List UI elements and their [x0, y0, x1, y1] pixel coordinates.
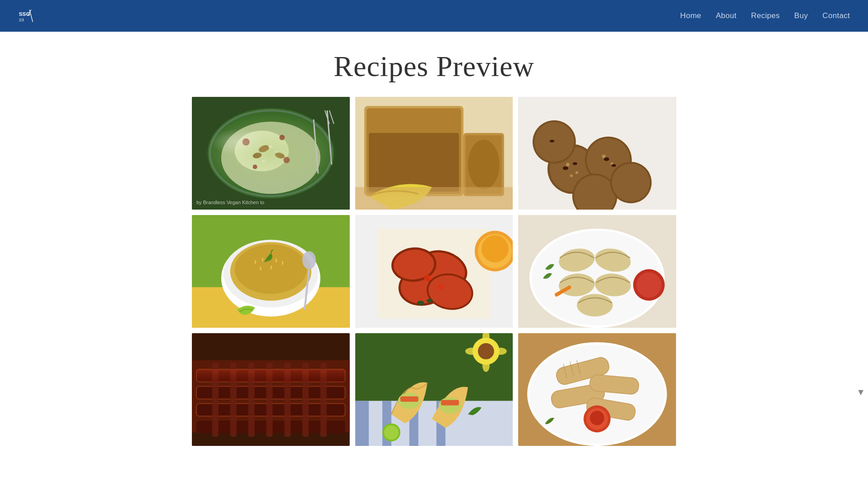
svg-point-50	[604, 157, 610, 161]
nav-recipes[interactable]: Recipes	[751, 11, 780, 20]
svg-text:23: 23	[19, 17, 24, 22]
recipe-card-4[interactable]	[192, 215, 350, 328]
wings-visual	[355, 215, 513, 328]
nav-about[interactable]: About	[716, 11, 737, 20]
nav-contact[interactable]: Contact	[822, 11, 850, 20]
svg-point-45	[570, 174, 573, 177]
recipe-card-6[interactable]	[518, 215, 676, 328]
svg-point-12	[253, 164, 257, 169]
svg-point-115	[478, 343, 494, 359]
svg-point-30	[468, 140, 500, 190]
recipes-grid: by Brandless Vegan Kitchen to	[174, 97, 694, 464]
svg-point-147	[590, 411, 605, 425]
logo-area[interactable]: SSG 23	[18, 8, 34, 24]
svg-point-119	[494, 348, 506, 355]
site-header: SSG 23 Home About Recipes Buy Contact	[0, 0, 868, 32]
scroll-indicator: ▼	[856, 387, 865, 397]
svg-line-22	[314, 120, 318, 174]
recipe-card-2[interactable]	[355, 97, 513, 210]
page-title: Recipes Preview	[0, 50, 868, 83]
svg-rect-120	[355, 401, 513, 446]
ribs-visual	[192, 333, 350, 446]
svg-point-94	[636, 273, 662, 298]
svg-line-21	[329, 110, 334, 124]
svg-point-7	[235, 131, 289, 172]
recipe-card-1[interactable]: by Brandless Vegan Kitchen to	[192, 97, 350, 210]
svg-rect-16	[268, 146, 272, 148]
svg-text:SSG: SSG	[19, 11, 30, 17]
recipe-card-1-overlay: by Brandless Vegan Kitchen to	[192, 194, 350, 210]
svg-point-49	[573, 162, 577, 165]
svg-rect-4	[192, 97, 350, 210]
svg-point-43	[566, 163, 570, 166]
svg-line-19	[327, 110, 332, 165]
springrolls-visual	[518, 333, 676, 446]
bread-visual	[355, 97, 513, 210]
svg-point-23	[210, 110, 332, 196]
svg-point-40	[534, 122, 574, 162]
svg-line-20	[325, 110, 329, 124]
svg-point-9	[243, 139, 250, 146]
recipe-card-1-credit: by Brandless Vegan Kitchen to	[196, 200, 264, 205]
page-title-section: Recipes Preview	[0, 32, 868, 97]
recipe-card-9[interactable]	[518, 333, 676, 446]
svg-point-79	[438, 284, 444, 290]
salad-visual	[192, 97, 350, 210]
svg-point-6	[221, 122, 320, 194]
svg-point-66	[302, 251, 316, 269]
dumplings-visual	[518, 215, 676, 328]
svg-point-5	[208, 108, 334, 198]
svg-rect-121	[355, 401, 369, 446]
tacos-visual	[355, 333, 513, 446]
svg-point-78	[424, 275, 431, 282]
recipe-card-5[interactable]	[355, 215, 513, 328]
svg-point-118	[465, 348, 478, 355]
svg-point-82	[482, 235, 509, 263]
svg-point-83	[417, 301, 424, 305]
logo-icon: SSG 23	[18, 8, 34, 24]
svg-point-130	[384, 425, 398, 440]
svg-point-42	[612, 163, 650, 201]
svg-point-15	[253, 152, 262, 159]
svg-rect-128	[441, 400, 459, 406]
svg-point-51	[612, 164, 616, 167]
svg-rect-126	[400, 397, 418, 402]
main-nav: Home About Recipes Buy Contact	[680, 11, 850, 20]
svg-rect-18	[262, 160, 265, 162]
rice-visual	[192, 215, 350, 328]
balls-visual	[518, 97, 676, 210]
svg-point-44	[576, 171, 578, 174]
svg-point-10	[279, 135, 285, 140]
svg-point-14	[274, 152, 285, 159]
svg-point-127	[439, 397, 461, 414]
nav-buy[interactable]: Buy	[794, 11, 808, 20]
svg-rect-17	[275, 151, 278, 153]
nav-home[interactable]: Home	[680, 11, 701, 20]
svg-point-48	[563, 166, 568, 170]
svg-rect-112	[196, 369, 345, 382]
svg-point-84	[426, 299, 433, 302]
svg-rect-27	[369, 133, 459, 192]
svg-point-13	[258, 144, 270, 153]
svg-point-52	[550, 140, 554, 143]
recipe-card-8[interactable]	[355, 333, 513, 446]
svg-rect-31	[355, 187, 513, 210]
recipe-card-3[interactable]	[518, 97, 676, 210]
recipe-card-7[interactable]	[192, 333, 350, 446]
svg-point-11	[283, 157, 290, 163]
svg-point-117	[482, 359, 490, 372]
